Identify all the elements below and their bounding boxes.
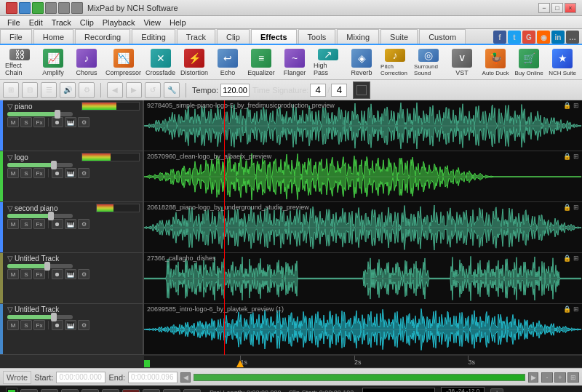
ctrl-btn-3[interactable]: ☰ <box>41 82 57 98</box>
start-marker[interactable] <box>144 360 150 367</box>
track-lane-secondpiano[interactable]: 20618288_piano-logo_by_underground_studi… <box>144 202 582 253</box>
fastforward-btn[interactable]: ⏩ <box>163 389 180 393</box>
solo-btn-secondpiano[interactable]: S <box>20 219 32 229</box>
tab-effects[interactable]: Effects <box>251 29 297 44</box>
record-arm-logo[interactable]: ⏺ <box>52 168 63 178</box>
scroll-right-btn[interactable]: ▶ <box>528 372 538 383</box>
track-lane-untitled2[interactable]: 20699585_intro-logo-6_by_playtek_preview… <box>144 304 582 355</box>
tempo-input[interactable] <box>220 84 250 97</box>
tab-tools[interactable]: Tools <box>298 29 336 44</box>
volume-slider-logo[interactable] <box>7 163 73 167</box>
instrument-untitled1[interactable]: 🎹 <box>65 269 76 279</box>
chorus-btn[interactable]: ♪ Chorus <box>70 47 103 79</box>
fx-btn-untitled1[interactable]: Fx <box>33 269 45 279</box>
more-icon[interactable]: … <box>566 31 579 44</box>
instrument-secondpiano[interactable]: 🎹 <box>65 219 76 229</box>
minimize-button[interactable]: − <box>538 3 550 13</box>
vst-btn[interactable]: V VST <box>445 47 479 79</box>
menu-clip[interactable]: Clip <box>76 16 98 29</box>
stop-btn[interactable]: ⏹ <box>81 389 99 393</box>
track-lane-untitled1[interactable]: 27366_callagho_dishes 🔒 ⊞ <box>144 253 582 304</box>
mute-btn-secondpiano[interactable]: M <box>7 219 19 229</box>
buyonline-btn[interactable]: 🛒 Buy Online <box>512 47 546 79</box>
settings-logo[interactable]: ⚙ <box>78 168 89 178</box>
ctrl-btn-2[interactable]: ⊟ <box>22 82 38 98</box>
volume-slider-secondpiano[interactable] <box>7 214 73 218</box>
equalizer-btn[interactable]: ≡ Equalizer <box>244 47 278 79</box>
menu-edit[interactable]: Edit <box>25 16 47 29</box>
track-area[interactable]: 9278405_simple-piano-logo-5_by_fredimusi… <box>144 100 582 355</box>
fx-btn-logo[interactable]: Fx <box>33 168 45 178</box>
tab-clip[interactable]: Clip <box>217 29 250 44</box>
fx-btn-untitled2[interactable]: Fx <box>33 320 45 330</box>
play-btn[interactable]: ▶ <box>183 389 201 393</box>
go-end-btn[interactable]: ⏭ <box>143 389 160 393</box>
menu-track[interactable]: Track <box>47 16 76 29</box>
mute-btn-piano[interactable]: M <box>7 117 19 127</box>
flanger-btn[interactable]: ~ Flanger <box>278 47 311 79</box>
track-lane-piano[interactable]: 9278405_simple-piano-logo-5_by_fredimusi… <box>144 100 582 151</box>
mute-btn-logo[interactable]: M <box>7 168 19 178</box>
track-arrow-untitled2[interactable]: ▽ <box>7 305 13 313</box>
settings-secondpiano[interactable]: ⚙ <box>78 219 89 229</box>
ctrl-btn-8[interactable]: ↺ <box>145 82 161 98</box>
record-arm-untitled2[interactable]: ⏺ <box>52 320 63 330</box>
tab-file[interactable]: File <box>0 29 32 44</box>
solo-btn-piano[interactable]: S <box>20 117 32 127</box>
playhead-marker[interactable] <box>236 360 244 367</box>
fx-btn-piano[interactable]: Fx <box>33 117 45 127</box>
mute-btn-untitled1[interactable]: M <box>7 269 19 279</box>
tab-suite[interactable]: Suite <box>380 29 418 44</box>
record-btn[interactable]: ⏺ <box>122 389 140 393</box>
nchsuite-btn[interactable]: ★ NCH Suite <box>546 47 579 79</box>
echo-btn[interactable]: ↩ Echo <box>211 47 244 79</box>
ctrl-btn-4[interactable]: 🔊 <box>60 82 76 98</box>
go-start-btn[interactable]: ⏮ <box>20 389 38 393</box>
ctrl-btn-7[interactable]: ▶ <box>126 82 142 98</box>
effect-chain-btn[interactable]: ⛓ Effect Chain <box>3 47 36 79</box>
distortion-btn[interactable]: ⚡ Distortion <box>178 47 211 79</box>
tab-mixing[interactable]: Mixing <box>337 29 379 44</box>
master-up-btn[interactable]: + <box>490 388 503 393</box>
ctrl-btn-5[interactable]: ⚙ <box>79 82 95 98</box>
instrument-untitled2[interactable]: 🎹 <box>65 320 76 330</box>
pause-btn[interactable]: ⏸ <box>102 389 119 393</box>
settings-piano[interactable]: ⚙ <box>78 117 89 127</box>
pitch-btn[interactable]: ♪ Pitch Correction <box>378 47 412 79</box>
end-time-display[interactable]: 0:00:000.096 <box>128 372 178 383</box>
back-btn[interactable]: ◀ <box>61 389 79 393</box>
volume-slider-untitled2[interactable] <box>7 315 73 319</box>
zoom-in-btn[interactable]: + <box>554 372 566 383</box>
linkedin-icon[interactable]: in <box>551 31 565 44</box>
record-arm-piano[interactable]: ⏺ <box>52 117 63 127</box>
time-sig-denominator[interactable] <box>331 84 347 97</box>
scroll-left-btn[interactable]: ◀ <box>180 372 191 383</box>
compressor-btn[interactable]: 📉 Compressor <box>103 47 143 79</box>
zoom-fit-btn[interactable]: ⊞ <box>567 372 579 383</box>
tab-custom[interactable]: Custom <box>419 29 466 44</box>
start-time-display[interactable]: 0:00:000.000 <box>56 372 105 383</box>
tab-home[interactable]: Home <box>33 29 73 44</box>
settings-untitled2[interactable]: ⚙ <box>78 320 89 330</box>
ctrl-btn-6[interactable]: ◀ <box>107 82 123 98</box>
mute-btn-untitled2[interactable]: M <box>7 320 19 330</box>
fx-btn-secondpiano[interactable]: Fx <box>33 219 45 229</box>
facebook-icon[interactable]: f <box>493 31 506 44</box>
highpass-btn[interactable]: ↗ High Pass <box>311 47 345 79</box>
record-arm-secondpiano[interactable]: ⏺ <box>52 219 63 229</box>
track-arrow-logo[interactable]: ▽ <box>7 153 13 161</box>
playhead[interactable] <box>224 100 225 355</box>
solo-btn-logo[interactable]: S <box>20 168 32 178</box>
settings-untitled1[interactable]: ⚙ <box>78 269 89 279</box>
timeline-ruler[interactable]: 1s 2s 3s <box>144 355 582 368</box>
tab-track[interactable]: Track <box>177 29 215 44</box>
volume-slider-piano[interactable] <box>7 112 73 116</box>
ctrl-btn-1[interactable]: ⊞ <box>3 82 19 98</box>
instrument-piano[interactable]: 🎹 <box>65 117 76 127</box>
menu-playback[interactable]: Playback <box>98 16 140 29</box>
rewind-btn[interactable]: ⏪ <box>41 389 58 393</box>
crossfade-btn[interactable]: ✕ Crossfade <box>143 47 178 79</box>
rss-icon[interactable]: ◉ <box>537 31 550 44</box>
google-icon[interactable]: G <box>522 31 535 44</box>
menu-view[interactable]: View <box>139 16 165 29</box>
